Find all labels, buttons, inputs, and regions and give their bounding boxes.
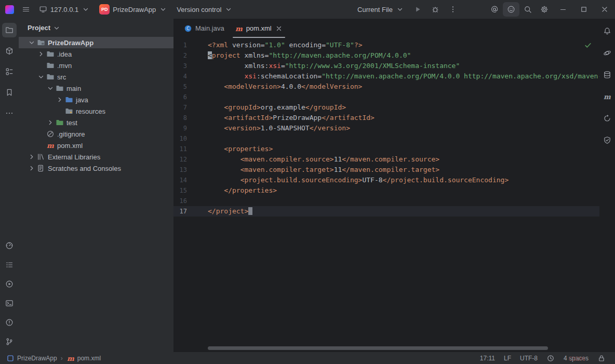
dependencies-button[interactable]: [600, 111, 614, 126]
tree-item-main[interactable]: main: [19, 83, 173, 94]
tree-item-resources[interactable]: resources: [19, 105, 173, 117]
svg-text:m: m: [67, 354, 74, 362]
project-widget[interactable]: PD PrizeDrawApp: [95, 2, 171, 17]
tree-item-label: test: [66, 119, 77, 127]
terminal-tool-button[interactable]: [2, 296, 17, 311]
breadcrumb-label: PrizeDrawApp: [17, 355, 57, 362]
editor-tab-pom-xml[interactable]: mpom.xml: [230, 19, 288, 38]
project-name-label: PrizeDrawApp: [113, 6, 156, 14]
tree-item-src[interactable]: src: [19, 71, 173, 83]
more-run-actions-button[interactable]: [445, 2, 461, 17]
profile-face-icon: [507, 5, 515, 14]
chevron-down-icon[interactable]: [37, 73, 45, 81]
security-analysis-button[interactable]: [600, 133, 614, 147]
tree-item-java[interactable]: java: [19, 94, 173, 105]
readonly-lock-icon[interactable]: [597, 354, 606, 362]
debug-button[interactable]: [427, 2, 444, 17]
settings-button[interactable]: [536, 2, 553, 17]
code-line-13[interactable]: 13 <maven.compiler.target>11</maven.comp…: [173, 165, 599, 175]
more-tools-button[interactable]: [2, 106, 17, 120]
folder-resources-icon: [64, 107, 74, 115]
chevron-right-icon[interactable]: [56, 96, 64, 104]
tree-item-test[interactable]: test: [19, 117, 173, 128]
code-line-14[interactable]: 14 <project.build.sourceEncoding>UTF-8</…: [173, 175, 599, 185]
code-line-16[interactable]: 16: [173, 196, 599, 206]
tree-item-label: External Libraries: [48, 153, 100, 161]
host-widget[interactable]: 127.0.0.1: [35, 3, 94, 16]
chevron-right-icon[interactable]: [37, 50, 45, 58]
status-bar: PrizeDrawApp›mpom.xml 17:11 LF UTF-8 4 s…: [0, 352, 615, 364]
editor-tab-main-java[interactable]: CMain.java: [179, 19, 230, 38]
breadcrumb-prizedrawapp[interactable]: PrizeDrawApp: [6, 354, 57, 362]
version-control-widget[interactable]: Version control: [172, 3, 237, 16]
main-menu-button[interactable]: [18, 2, 34, 17]
ide-window: 127.0.0.1 PD PrizeDrawApp Version contro…: [0, 0, 615, 364]
line-number: 5: [173, 82, 187, 92]
code-line-4[interactable]: 4 xsi:schemaLocation="http://maven.apach…: [173, 71, 599, 82]
search-everywhere-button[interactable]: [519, 2, 536, 17]
breadcrumb-pom-xml[interactable]: mpom.xml: [66, 354, 101, 362]
problems-tool-button[interactable]: [2, 315, 17, 330]
tab-close-icon[interactable]: [275, 24, 283, 33]
notifications-button[interactable]: [600, 24, 614, 38]
todo-tool-button[interactable]: [2, 258, 17, 272]
commit-tool-button[interactable]: [2, 44, 17, 58]
window-minimize-button[interactable]: [553, 0, 573, 19]
inspections-ok-icon[interactable]: [584, 41, 592, 49]
structure-tool-button[interactable]: [2, 64, 17, 79]
code-editor[interactable]: 1<?xml version="1.0" encoding="UTF-8"?>2…: [173, 38, 599, 352]
tree-item-prizedrawapp[interactable]: PrizeDrawApp: [19, 37, 173, 48]
horizontal-scrollbar[interactable]: [208, 346, 548, 350]
tree-item-mvn[interactable]: .mvn: [19, 60, 173, 71]
code-line-5[interactable]: 5 <modelVersion>4.0.0</modelVersion>: [173, 82, 599, 92]
libraries-icon: [36, 153, 46, 161]
encoding-widget[interactable]: UTF-8: [520, 355, 538, 362]
chevron-down-icon[interactable]: [28, 38, 36, 47]
code-line-1[interactable]: 1<?xml version="1.0" encoding="UTF-8"?>: [173, 40, 599, 50]
code-line-8[interactable]: 8 <artifactId>PrizeDrawApp</artifactId>: [173, 113, 599, 123]
structure-icon: [5, 68, 14, 76]
window-close-button[interactable]: [594, 0, 615, 19]
code-line-7[interactable]: 7 <groupId>org.example</groupId>: [173, 102, 599, 113]
chevron-right-icon[interactable]: [28, 164, 36, 172]
chevron-right-icon[interactable]: [46, 118, 55, 127]
mentions-button[interactable]: [486, 2, 503, 17]
run-button[interactable]: [409, 2, 426, 17]
chevron-down-icon[interactable]: [46, 84, 55, 92]
run-configuration-label: Current File: [357, 6, 393, 14]
ai-assistant-button[interactable]: [600, 46, 614, 60]
tree-item-pom-xml[interactable]: mpom.xml: [19, 140, 173, 151]
caret-position-widget[interactable]: 17:11: [480, 355, 495, 362]
maven-icon: m: [235, 24, 243, 33]
code-line-15[interactable]: 15 </properties>: [173, 185, 599, 196]
code-line-6[interactable]: 6: [173, 92, 599, 102]
chevron-right-icon[interactable]: [28, 153, 36, 161]
line-separator-widget[interactable]: LF: [504, 355, 511, 362]
database-button[interactable]: [600, 68, 614, 82]
bookmarks-tool-button[interactable]: [2, 85, 17, 100]
profiler-tool-button[interactable]: [2, 238, 17, 253]
code-line-17[interactable]: 17</project>: [173, 206, 599, 217]
maven-button[interactable]: m: [600, 89, 614, 104]
tree-item-scratches-and-consoles[interactable]: Scratches and Consoles: [19, 163, 173, 174]
code-line-10[interactable]: 10: [173, 133, 599, 144]
services-tool-button[interactable]: [2, 277, 17, 291]
code-line-12[interactable]: 12 <maven.compiler.source>11</maven.comp…: [173, 154, 599, 165]
tree-item-idea[interactable]: .idea: [19, 48, 173, 60]
project-panel-header[interactable]: Project: [19, 19, 173, 37]
code-line-2[interactable]: 2<project xmlns="http://maven.apache.org…: [173, 50, 599, 61]
code-line-3[interactable]: 3 xmlns:xsi="http://www.w3.org/2001/XMLS…: [173, 61, 599, 71]
version-control-tool-button[interactable]: [2, 334, 17, 349]
project-tool-button[interactable]: [2, 23, 17, 37]
clock-icon[interactable]: [546, 354, 555, 362]
code-line-9[interactable]: 9 <version>1.0-SNAPSHOT</version>: [173, 123, 599, 133]
run-configuration-selector[interactable]: Current File: [353, 3, 408, 16]
tree-item-gitignore[interactable]: .gitignore: [19, 128, 173, 140]
code-line-11[interactable]: 11 <properties>: [173, 144, 599, 154]
indent-widget[interactable]: 4 spaces: [564, 355, 589, 362]
project-panel-title: Project: [28, 24, 50, 32]
tree-item-external-libraries[interactable]: External Libraries: [19, 151, 173, 163]
window-maximize-button[interactable]: [573, 0, 594, 19]
tree-item-label: java: [76, 96, 88, 104]
profile-button[interactable]: [503, 2, 519, 17]
